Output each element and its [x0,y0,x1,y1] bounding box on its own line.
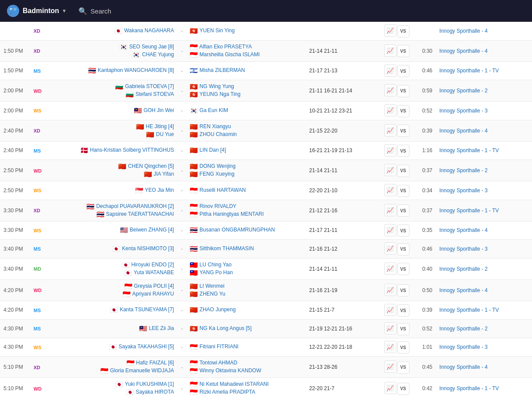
player1-name[interactable]: 🇹🇭 Dechapol PUAVARANUKROH [2] [50,203,174,211]
opponent2-name[interactable]: 🇨🇳 ZHENG Yu [190,290,302,298]
vs-button[interactable]: VS [397,65,409,77]
player1-name[interactable]: 🇨🇳 CHEN Qingchen [5] [50,163,174,170]
vs-button[interactable]: VS [397,25,409,37]
chart-button[interactable]: 📈 [384,224,396,236]
chart-button[interactable]: 📈 [384,284,396,296]
match-venue[interactable]: Innogy Sporthalle - 2 [436,160,532,181]
match-venue[interactable]: Innogy Sporthalle - 4 [436,120,532,141]
chart-button[interactable]: 📈 [384,104,396,116]
vs-button[interactable]: VS [397,204,409,217]
match-venue[interactable]: Innogy Sporthalle - 4 [436,40,532,61]
opponent1-name[interactable]: 🇮🇩 Tontowi AHMAD [190,359,302,367]
opponent1-name[interactable]: 🇮🇩 Rinov RIVALDY [190,203,302,211]
match-venue[interactable]: Innogy Sporthalle - 4 [436,22,532,40]
player2-name[interactable]: 🇮🇩 Apriyani RAHAYU [50,290,174,298]
vs-button[interactable]: VS [397,105,409,117]
match-venue[interactable]: Innogy Sporthalle - 3 [436,181,532,200]
match-venue[interactable]: Innogy Sporthalle - 1 - TV [436,200,532,221]
vs-button[interactable]: VS [397,45,409,57]
opponent2-name[interactable]: 🇨🇳 FENG Xueying [190,170,302,178]
chart-button[interactable]: 📈 [384,24,396,37]
opponent1-name[interactable]: 🇨🇳 ZHAO Junpeng [190,306,302,314]
chart-button[interactable]: 📈 [384,164,396,176]
chart-button[interactable]: 📈 [384,204,396,216]
player2-name[interactable]: 🇯🇵 Yuta WATANABE [50,269,174,277]
player1-name[interactable]: 🇩🇰 Hans-Kristian Solberg VITTINGHUS [50,146,174,154]
vs-button[interactable]: VS [397,85,409,97]
player1-name[interactable]: 🇧🇬 Gabriela STOEVA [7] [50,83,174,91]
vs-button[interactable]: VS [397,185,409,197]
player1-name[interactable]: 🇮🇩 Hafiz FAIZAL [6] [50,359,174,367]
vs-button[interactable]: VS [397,243,409,255]
match-venue[interactable]: Innogy Sporthalle - 3 [436,338,532,357]
chart-button[interactable]: 📈 [384,262,396,275]
logo[interactable]: 🏸 Badminton ▾ [7,5,65,17]
chart-button[interactable]: 📈 [384,44,396,57]
opponent1-name[interactable]: 🇮🇩 Alfian Eko PRASETYA [190,43,302,51]
match-venue[interactable]: Innogy Sporthalle - 2 [436,320,532,338]
vs-button[interactable]: VS [397,145,409,157]
player1-name[interactable]: 🇯🇵 Kanta TSUNEYAMA [7] [50,306,174,314]
chart-button[interactable]: 📈 [384,84,396,96]
vs-button[interactable]: VS [397,165,409,177]
opponent1-name[interactable]: 🇭🇰 NG Wing Yung [190,83,302,91]
opponent2-name[interactable]: 🇮🇩 Pitha Haningtyas MENTARI [190,211,302,218]
chart-button[interactable]: 📈 [384,382,396,394]
player2-name[interactable]: 🇹🇭 Sapsiree TAERATTANACHAI [50,211,174,218]
opponent1-name[interactable]: 🇨🇳 REN Xiangyu [190,123,302,131]
match-venue[interactable]: Innogy Sporthalle - 4 [436,279,532,301]
opponent1-name[interactable]: 🇮🇩 Ruselli HARTAWAN [190,187,302,194]
player1-name[interactable]: 🇺🇸 Beiwen ZHANG [4] [50,226,174,234]
vs-button[interactable]: VS [397,304,409,316]
opponent1-name[interactable]: 🇨🇳 DONG Wenjing [190,163,302,170]
match-venue[interactable]: Innogy Sporthalle - 3 [436,102,532,120]
opponent1-name[interactable]: 🇹🇭 Busanan ONGBAMRUNGPHAN [190,226,302,234]
match-venue[interactable]: Innogy Sporthalle - 1 - TV [436,61,532,80]
player2-name[interactable]: 🇨🇳 JIA Yifan [50,170,174,178]
opponent1-name[interactable]: 🇮🇱 Misha ZILBERMAN [190,67,302,75]
player1-name[interactable]: 🇯🇵 Yuki FUKUSHIMA [1] [50,381,174,388]
player1-name[interactable]: 🇸🇬 YEO Jia Min [50,187,174,194]
opponent2-name[interactable]: 🇮🇩 Marsheilla Gischa ISLAMI [190,51,302,59]
opponent1-name[interactable]: 🇹🇼 LU Ching Yao [190,261,302,269]
match-venue[interactable]: Innogy Sporthalle - 4 [436,357,532,378]
player1-name[interactable]: 🇯🇵 Sayaka TAKAHASHI [5] [50,343,174,351]
player1-name[interactable]: 🇯🇵 Hiroyuki ENDO [2] [50,261,174,269]
vs-button[interactable]: VS [397,225,409,237]
player1-name[interactable]: 🇯🇵 Kenta NISHIMOTO [3] [50,245,174,253]
player2-name[interactable]: 🇯🇵 Sayaka HIROTA [50,388,174,396]
player1-name[interactable]: 🇰🇷 SEO Seung Jae [8] [50,43,174,51]
player1-name[interactable]: 🇹🇭 Kantaphon WANGCHAROEN [8] [50,67,174,75]
chart-button[interactable]: 📈 [384,124,396,136]
chart-button[interactable]: 📈 [384,144,396,156]
opponent1-name[interactable]: 🇹🇭 Sitthikom THAMMASIN [190,245,302,253]
opponent2-name[interactable]: 🇭🇰 YEUNG Nga Ting [190,91,302,99]
player1-name[interactable]: 🇯🇵 Wakana NAGAHARA [50,27,174,35]
vs-button[interactable]: VS [397,125,409,137]
match-venue[interactable]: Innogy Sporthalle - 2 [436,258,532,279]
match-venue[interactable]: Innogy Sporthalle - 1 - TV [436,141,532,160]
opponent2-name[interactable]: 🇹🇼 YANG Po Han [190,269,302,277]
chart-button[interactable]: 📈 [384,361,396,373]
match-venue[interactable]: Innogy Sporthalle - 2 [436,80,532,102]
player1-name[interactable]: 🇲🇾 GOH Jin Wei [50,107,174,115]
opponent2-name[interactable]: 🇨🇳 ZHOU Chaomin [190,131,302,139]
player1-name[interactable]: 🇲🇾 LEE Zii Jia [50,325,174,333]
player2-name[interactable]: 🇮🇩 Gloria Emanuelle WIDJAJA [50,367,174,375]
chart-button[interactable]: 📈 [384,304,396,316]
vs-button[interactable]: VS [397,263,409,275]
match-venue[interactable]: Innogy Sporthalle - 1 - TV [436,301,532,320]
player2-name[interactable]: 🇰🇷 CHAE Yujung [50,51,174,59]
opponent1-name[interactable]: 🇰🇷 Ga Eun KIM [190,107,302,115]
match-venue[interactable]: Innogy Sporthalle - 3 [436,240,532,259]
chart-button[interactable]: 📈 [384,341,396,353]
opponent1-name[interactable]: 🇮🇩 Ni Ketut Mahadewi ISTARANI [190,381,302,388]
match-venue[interactable]: Innogy Sporthalle - 1 - TV [436,378,532,398]
player2-name[interactable]: 🇨🇳 DU Yue [50,131,174,139]
player2-name[interactable]: 🇧🇬 Stefani STOEVA [50,91,174,99]
vs-button[interactable]: VS [397,284,409,296]
chart-button[interactable]: 📈 [384,322,396,334]
opponent2-name[interactable]: 🇮🇩 Rizki Amelia PRADIPTA [190,388,302,396]
opponent1-name[interactable]: 🇨🇳 LI Wenmei [190,282,302,290]
player1-name[interactable]: 🇮🇩 Greysia POLII [4] [50,282,174,290]
